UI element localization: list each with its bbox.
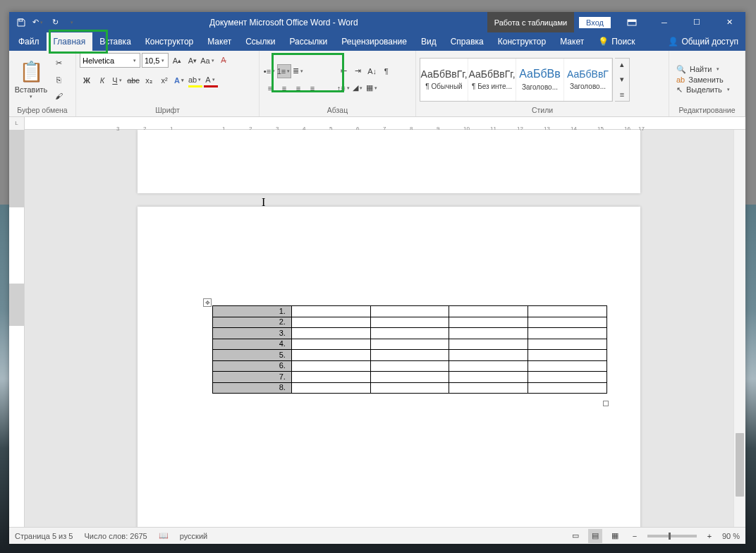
ribbon-tabs: Файл Главная Вставка Конструктор Макет С… [9,32,745,51]
view-web-icon[interactable]: ▦ [608,529,622,543]
scroll-thumb[interactable] [736,433,744,497]
styles-gallery[interactable]: АаБбВвГг,¶ Обычный АаБбВвГг,¶ Без инте..… [420,58,613,102]
subscript-button[interactable]: x₂ [142,73,156,87]
zoom-in-button[interactable]: + [702,529,717,543]
show-marks-icon[interactable]: ¶ [379,64,394,78]
search-icon: 🔍 [676,65,686,74]
status-language[interactable]: русский [180,532,207,540]
tab-tell-me[interactable]: 💡Поиск [591,32,642,51]
vertical-scrollbar[interactable] [733,130,745,527]
tab-help[interactable]: Справка [444,32,491,51]
style-heading2[interactable]: АаБбВвГЗаголово... [564,59,612,101]
titlebar: ↶▾ ↻ ▾ Документ Microsoft Office Word - … [9,12,745,32]
document-table[interactable]: 1.2.3.4.5.6.7.8. [212,305,607,394]
font-size-combo[interactable]: ▾ [142,53,169,68]
zoom-slider[interactable] [647,535,697,537]
highlight-icon[interactable]: ab▾ [188,73,202,87]
style-heading1[interactable]: АаБбВвЗаголово... [516,59,564,101]
tab-share[interactable]: 👤Общий доступ [661,32,745,51]
table-row[interactable]: 2. [213,317,607,328]
tab-layout[interactable]: Макет [200,32,238,51]
shading-icon[interactable]: ◢▾ [351,81,365,95]
sign-in-button[interactable]: Вход [578,16,611,29]
shrink-font-icon[interactable]: A▾ [185,54,200,68]
table-row[interactable]: 1. [213,306,607,317]
bold-button[interactable]: Ж [80,73,94,87]
zoom-level[interactable]: 90 % [722,532,740,540]
table-move-handle-icon[interactable]: ✥ [203,298,212,307]
tab-design[interactable]: Конструктор [138,32,200,51]
ribbon-display-icon[interactable] [616,12,648,32]
grow-font-icon[interactable]: A▴ [170,54,184,68]
copy-icon[interactable]: ⎘ [51,73,66,87]
vertical-ruler[interactable] [9,130,25,527]
tab-table-layout[interactable]: Макет [553,32,591,51]
tab-mailings[interactable]: Рассылки [282,32,334,51]
redo-icon[interactable]: ↻ [47,14,63,31]
tab-table-design[interactable]: Конструктор [491,32,553,51]
table-row[interactable]: 5. [213,350,607,361]
paste-button[interactable]: 📋 Вставить▾ [13,55,49,104]
gallery-more-icon[interactable]: ≡ [615,88,629,101]
undo-icon[interactable]: ↶▾ [30,14,47,31]
replace-button[interactable]: abЗаменить [676,75,731,84]
person-icon: 👤 [668,37,678,47]
status-proofing-icon[interactable]: 📖 [159,531,169,540]
underline-button[interactable]: Ч▾ [111,73,125,87]
style-no-spacing[interactable]: АаБбВвГг,¶ Без инте... [468,59,516,101]
table-row[interactable]: 4. [213,339,607,350]
view-read-icon[interactable]: ▭ [568,529,583,543]
superscript-button[interactable]: x² [157,73,171,87]
minimize-icon[interactable]: ─ [648,12,681,32]
horizontal-ruler[interactable]: L 3211234567891011121314151617 [9,117,745,130]
document-area[interactable]: I ✥ 1.2.3.4.5.6.7.8. [25,130,733,527]
highlight-home-tab [49,30,108,54]
gallery-up-icon[interactable]: ▴ [615,59,629,71]
lightbulb-icon: 💡 [598,37,609,47]
tab-review[interactable]: Рецензирование [334,32,414,51]
gallery-down-icon[interactable]: ▾ [615,73,629,86]
font-name-combo[interactable]: ▾ [80,53,140,68]
sort-icon[interactable]: A↓ [365,64,379,78]
style-normal[interactable]: АаБбВвГг,¶ Обычный [420,59,468,101]
group-styles: АаБбВвГг,¶ Обычный АаБбВвГг,¶ Без инте..… [416,51,669,116]
change-case-icon[interactable]: Aa▾ [201,54,215,68]
highlight-paragraph-group [272,53,344,92]
group-clipboard: 📋 Вставить▾ ✂ ⎘ 🖌 Буфер обмена [9,51,76,116]
page-current[interactable]: ✥ 1.2.3.4.5.6.7.8. [138,207,640,527]
find-button[interactable]: 🔍Найти▾ [676,65,731,74]
statusbar: Страница 5 из 5 Число слов: 2675 📖 русск… [9,527,745,544]
clear-format-icon[interactable]: A̶ [217,54,231,68]
table-row[interactable]: 7. [213,372,607,383]
tab-view[interactable]: Вид [414,32,444,51]
font-color-icon[interactable]: A▾ [204,73,218,87]
ruler-corner-icon[interactable]: L [9,117,25,130]
strike-button[interactable]: abc [126,73,140,87]
replace-icon: ab [676,75,685,84]
italic-button[interactable]: К [95,73,109,87]
status-page[interactable]: Страница 5 из 5 [15,532,73,540]
view-print-icon[interactable]: ▤ [588,529,602,543]
borders-icon[interactable]: ▦▾ [365,81,379,95]
zoom-out-button[interactable]: − [628,529,642,543]
table-row[interactable]: 8. [213,382,607,394]
tab-file[interactable]: Файл [11,32,47,51]
cut-icon[interactable]: ✂ [51,56,66,71]
table-tools-context: Работа с таблицами [487,12,574,32]
paste-icon: 📋 [19,60,44,83]
page-prev[interactable] [138,130,640,193]
status-words[interactable]: Число слов: 2675 [84,532,147,540]
close-icon[interactable]: ✕ [713,12,745,32]
tab-references[interactable]: Ссылки [238,32,282,51]
table-row[interactable]: 3. [213,328,607,339]
qat-customize-icon[interactable]: ▾ [63,14,80,31]
group-editing: 🔍Найти▾ abЗаменить ↖Выделить▾ Редактиров… [669,51,745,116]
maximize-icon[interactable]: ☐ [681,12,713,32]
table-resize-handle-icon[interactable] [603,401,609,406]
table-row[interactable]: 6. [213,360,607,372]
format-painter-icon[interactable]: 🖌 [51,89,66,103]
save-icon[interactable] [13,14,30,31]
increase-indent-icon[interactable]: ⇥ [351,64,365,78]
select-button[interactable]: ↖Выделить▾ [676,85,731,95]
text-effects-icon[interactable]: A▾ [173,73,187,87]
